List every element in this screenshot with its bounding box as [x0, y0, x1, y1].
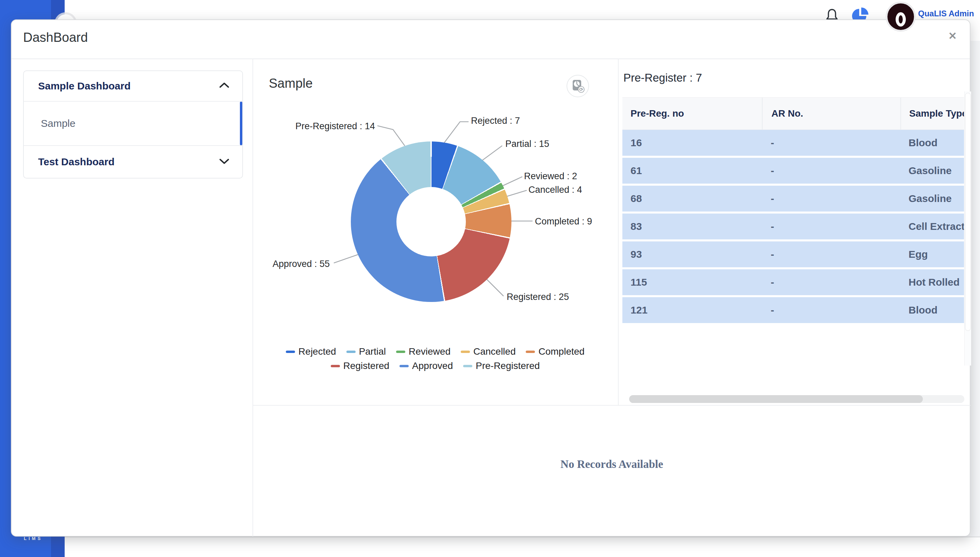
table-cell: 93 — [622, 241, 762, 267]
legend-label: Reviewed — [409, 346, 451, 357]
table-cell: - — [762, 130, 900, 156]
slice-label-completed: Completed : 9 — [535, 216, 592, 227]
legend-label: Approved — [412, 360, 453, 371]
table-row[interactable]: 61-Gasoline — [622, 158, 964, 184]
modal-title: DashBoard — [23, 30, 88, 45]
dashboard-accordion: Sample Dashboard Sample Test Dashboard — [23, 70, 243, 179]
table-row[interactable]: 68-Gasoline — [622, 186, 964, 212]
dashboard-modal: DashBoard ✕ Sample Dashboard Sample Test… — [11, 20, 970, 537]
legend-label: Rejected — [299, 346, 336, 357]
legend-swatch — [526, 350, 535, 353]
horizontal-scrollbar[interactable] — [629, 395, 923, 403]
avatar[interactable] — [886, 2, 915, 31]
table-cell: Cell Extract — [900, 213, 964, 239]
slice-label-cancelled: Cancelled : 4 — [528, 185, 582, 195]
legend-swatch — [463, 365, 472, 367]
table-cell: Gasoline — [900, 158, 964, 184]
legend-label: Cancelled — [473, 346, 516, 357]
group-label: Sample Dashboard — [38, 80, 131, 92]
table-cell: 61 — [622, 158, 762, 184]
table-cell: - — [762, 297, 900, 323]
avatar-photo-glyph — [896, 12, 906, 26]
column-header: Sample Type — [900, 98, 964, 130]
horizontal-scrollbar-track — [629, 395, 964, 403]
table-cell: 121 — [622, 297, 762, 323]
slice-label-partial: Partial : 15 — [505, 139, 549, 149]
sidebar-item-sample[interactable]: Sample — [24, 102, 242, 146]
slice-label-rejected: Rejected : 7 — [471, 116, 520, 126]
table-cell: - — [762, 241, 900, 267]
table-cell: Gasoline — [900, 186, 964, 212]
pre-register-table: Pre-Reg. noAR No.Sample Type 16-Blood61-… — [622, 97, 964, 404]
modal-header: DashBoard ✕ — [11, 20, 970, 59]
legend-swatch — [286, 350, 295, 353]
legend-item-partial[interactable]: Partial — [346, 346, 386, 357]
table-cell: - — [762, 269, 900, 295]
chart-legend: RejectedPartialReviewedCancelledComplete… — [253, 346, 618, 371]
table-row[interactable]: 121-Blood — [622, 297, 964, 323]
table-cell: 68 — [622, 186, 762, 212]
table-cell: 115 — [622, 269, 762, 295]
app-footer — [65, 537, 980, 557]
sample-chart-panel: Sample ⟳ Rej — [253, 59, 618, 405]
donut-hole — [397, 187, 466, 256]
legend-item-approved[interactable]: Approved — [400, 360, 453, 371]
legend-swatch — [396, 350, 405, 353]
slice-label-reviewed: Reviewed : 2 — [524, 171, 577, 182]
table-cell: - — [762, 213, 900, 239]
chevron-up-icon — [219, 81, 230, 90]
table-cell: - — [762, 186, 900, 212]
legend-item-rejected[interactable]: Rejected — [286, 346, 336, 357]
legend-item-reviewed[interactable]: Reviewed — [396, 346, 451, 357]
selected-accent-bar — [240, 102, 242, 145]
table-row[interactable]: 83-Cell Extract — [622, 213, 964, 239]
table-row[interactable]: 93-Egg — [622, 241, 964, 267]
legend-item-pre-registered[interactable]: Pre-Registered — [463, 360, 540, 371]
table-cell: Blood — [900, 130, 964, 156]
table-cell: Blood — [900, 297, 964, 323]
legend-swatch — [400, 365, 409, 367]
legend-item-registered[interactable]: Registered — [331, 360, 389, 371]
legend-swatch — [346, 350, 356, 353]
table-row[interactable]: 16-Blood — [622, 130, 964, 156]
legend-item-cancelled[interactable]: Cancelled — [461, 346, 516, 357]
accordion-group-sample-dashboard[interactable]: Sample Dashboard — [24, 71, 242, 102]
legend-item-completed[interactable]: Completed — [526, 346, 584, 357]
table-cell: Egg — [900, 241, 964, 267]
no-records-message: No Records Available — [560, 458, 663, 471]
table-cell: 16 — [622, 130, 762, 156]
table-header-row: Pre-Reg. noAR No.Sample Type — [622, 97, 964, 130]
user-name-label: QuaLIS Admin — [918, 9, 974, 18]
legend-label: Completed — [538, 346, 584, 357]
legend-swatch — [461, 350, 470, 353]
column-header: AR No. — [762, 98, 900, 130]
chevron-down-icon — [219, 158, 230, 166]
table-cell: Hot Rolled — [900, 269, 964, 295]
vertical-scrollbar[interactable] — [965, 93, 971, 331]
table-cell: - — [762, 158, 900, 184]
sidebar-item-label: Sample — [41, 118, 75, 129]
table-row[interactable]: 115-Hot Rolled — [622, 269, 964, 295]
legend-label: Partial — [359, 346, 386, 357]
group-label: Test Dashboard — [38, 156, 115, 168]
slice-label-approved: Approved : 55 — [273, 259, 330, 269]
slice-label-registered: Registered : 25 — [507, 292, 569, 302]
legend-swatch — [331, 365, 340, 367]
table-title: Pre-Register : 7 — [623, 72, 702, 84]
legend-row: RegisteredApprovedPre-Registered — [331, 360, 540, 371]
legend-label: Registered — [343, 360, 389, 371]
column-header: Pre-Reg. no — [622, 98, 762, 130]
accordion-group-test-dashboard[interactable]: Test Dashboard — [24, 146, 242, 178]
table-cell: 83 — [622, 213, 762, 239]
brand-footer-label: LIMS — [24, 536, 65, 541]
sample-status-donut-chart[interactable] — [351, 142, 511, 302]
user-menu[interactable]: QuaLIS Admin — [881, 0, 980, 34]
pre-register-panel: Pre-Register : 7 Pre-Reg. noAR No.Sample… — [618, 59, 971, 405]
slice-label-pre-registered: Pre-Registered : 14 — [296, 121, 375, 132]
test-chart-section: No Records Available — [253, 406, 971, 537]
legend-label: Pre-Registered — [476, 360, 540, 371]
legend-row: RejectedPartialReviewedCancelledComplete… — [286, 346, 585, 357]
